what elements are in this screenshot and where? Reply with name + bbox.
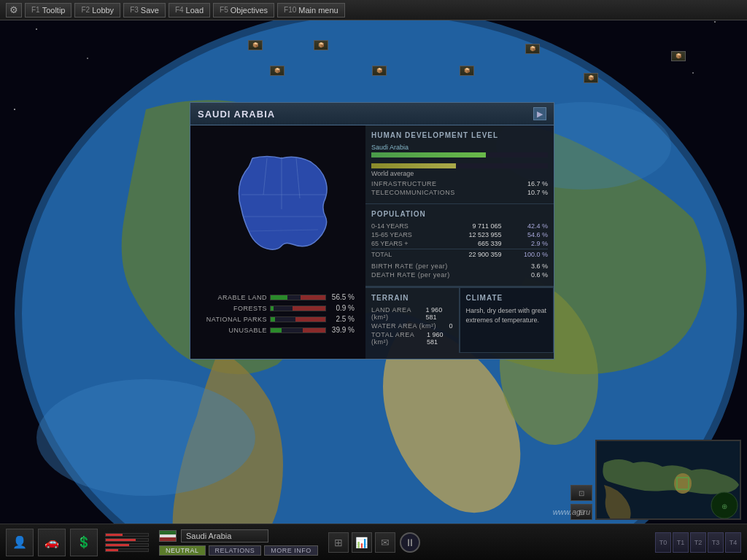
total-area-row: TOTAL AREA (km²) 1 960 581 [371, 331, 453, 346]
water-area-row: WATER AREA (km²) 0 [371, 322, 453, 330]
hdl-saudi-bar-container [371, 152, 548, 158]
tooltip-button[interactable]: F1 Tooltip [25, 3, 71, 18]
pause-button[interactable]: ⏸ [400, 532, 420, 553]
climate-section: CLIMATE Harsh, dry desert with great ext… [460, 287, 554, 353]
country-info-panel: SAUDI ARABIA ▶ [190, 102, 554, 359]
land-area-label: LAND AREA (km²) [371, 306, 426, 321]
top-bar: ⚙ F1 Tooltip F2 Lobby F3 Save F4 Load F5… [0, 0, 747, 20]
map-unit: 📦 [270, 66, 285, 76]
total-area-value: 1 960 581 [427, 331, 453, 346]
country-map-svg [205, 133, 351, 293]
country-selector-top: Saudi Arabia [159, 529, 318, 542]
water-area-label: WATER AREA (km²) [371, 322, 436, 330]
lobby-button[interactable]: F2 Lobby [74, 3, 120, 18]
map-unit: 📦 [584, 73, 598, 83]
minimap[interactable]: ⊕ [595, 440, 741, 520]
tab-more-info[interactable]: MORE INFO [264, 545, 318, 556]
bottom-bar: 👤 🚗 💲 Saudi Arabia NEUTRAL RELATIONS MOR… [0, 524, 747, 560]
hdl-world-bar-container [371, 163, 548, 168]
tab-relations[interactable]: RELATIONS [209, 545, 262, 556]
map-unit: 📦 [314, 40, 328, 50]
speed-t2[interactable]: T2 [690, 532, 706, 553]
land-area-value: 1 960 581 [426, 306, 453, 321]
speed-t3[interactable]: T3 [708, 532, 724, 553]
hdl-world-label: World average [371, 170, 548, 177]
resource-bars [105, 533, 149, 552]
map-unit: 📦 [248, 40, 263, 50]
chart-button[interactable]: 📊 [352, 532, 372, 553]
total-area-label: TOTAL AREA (km²) [371, 331, 427, 346]
svg-point-8 [36, 379, 255, 496]
pop-row-0-14: 0-14 YEARS 9 711 065 42.4 % [371, 222, 548, 230]
land-stats-container: ARABLE LAND 56.5 % FORESTS 0.9 % [198, 293, 358, 337]
population-section: POPULATION 0-14 YEARS 9 711 065 42.4 % 1… [365, 204, 554, 287]
svg-point-5 [692, 72, 694, 74]
load-button[interactable]: F4 Load [169, 3, 210, 18]
svg-point-2 [87, 58, 88, 59]
national-parks-stat: NATIONAL PARKS 2.5 % [201, 315, 355, 323]
map-unit: 📦 [372, 66, 387, 76]
infrastructure-row: INFRASTRUCTURE 16.7 % [371, 180, 548, 187]
tab-neutral[interactable]: NEUTRAL [159, 545, 206, 556]
action-buttons: ⊞ 📊 ✉ [328, 532, 395, 553]
resource-bar-1 [105, 533, 149, 537]
settings-button[interactable]: ⚙ [6, 3, 22, 18]
population-rows: 0-14 YEARS 9 711 065 42.4 % 15-65 YEARS … [371, 222, 548, 258]
panel-body: ARABLE LAND 56.5 % FORESTS 0.9 % [190, 125, 554, 359]
hdl-section: HUMAN DEVELOPMENT LEVEL Saudi Arabia Wor… [365, 125, 554, 204]
telecom-value: 10.7 % [527, 189, 548, 196]
panel-header: SAUDI ARABIA ▶ [190, 103, 554, 125]
view-button[interactable]: ⊞ [328, 532, 349, 553]
speed-t4[interactable]: T4 [725, 532, 741, 553]
telecom-row: TELECOMMUNICATIONS 10.7 % [371, 189, 548, 196]
hdl-title: HUMAN DEVELOPMENT LEVEL [371, 131, 548, 139]
objectives-button[interactable]: F5 Objectives [213, 3, 274, 18]
country-selector: Saudi Arabia NEUTRAL RELATIONS MORE INFO [159, 529, 318, 556]
speed-t0[interactable]: T0 [655, 532, 671, 553]
climate-title: CLIMATE [466, 294, 548, 302]
country-tabs: NEUTRAL RELATIONS MORE INFO [159, 545, 318, 556]
hdl-world-bar [371, 163, 456, 168]
infrastructure-label: INFRASTRUCTURE [371, 180, 437, 187]
resource-bar-4 [105, 548, 149, 552]
map-unit: 📦 [460, 66, 474, 76]
arable-land-stat: ARABLE LAND 56.5 % [201, 293, 355, 301]
watermark: www.ag.ru [553, 508, 590, 516]
economy-button[interactable]: 💲 [70, 529, 98, 556]
message-button[interactable]: ✉ [375, 532, 395, 553]
hdl-saudi-row: Saudi Arabia [371, 144, 548, 158]
military-button[interactable]: 🚗 [38, 529, 66, 556]
telecom-label: TELECOMMUNICATIONS [371, 189, 455, 196]
country-name-dropdown[interactable]: Saudi Arabia [181, 529, 268, 542]
save-button[interactable]: F3 Save [123, 3, 166, 18]
diplomacy-button[interactable]: 👤 [6, 529, 34, 556]
hdl-saudi-bar [371, 152, 486, 158]
terrain-climate-row: TERRAIN LAND AREA (km²) 1 960 581 WATER … [365, 287, 554, 353]
terrain-title: TERRAIN [371, 294, 453, 302]
speed-buttons: T0 T1 T2 T3 T4 [655, 532, 741, 553]
panel-expand-button[interactable]: ▶ [533, 107, 546, 120]
pop-row-15-65: 15-65 YEARS 12 523 955 54.6 % [371, 231, 548, 238]
main-menu-button[interactable]: F10 Main menu [277, 3, 345, 18]
info-area: HUMAN DEVELOPMENT LEVEL Saudi Arabia Wor… [365, 125, 554, 359]
infrastructure-value: 16.7 % [527, 180, 548, 187]
map-unit: 📦 [525, 44, 540, 54]
minimap-world: ⊕ [597, 441, 740, 518]
climate-text: Harsh, dry desert with great extremes of… [466, 306, 548, 324]
population-title: POPULATION [371, 210, 548, 218]
map-unit: 📦 [671, 51, 686, 61]
svg-text:⊕: ⊕ [721, 502, 727, 510]
land-area-row: LAND AREA (km²) 1 960 581 [371, 306, 453, 321]
unusable-stat: UNUSABLE 39.9 % [201, 326, 355, 334]
death-rate-label: DEATH RATE (per year) [371, 271, 450, 279]
svg-point-3 [14, 109, 15, 110]
pop-row-65plus: 65 YEARS + 665 339 2.9 % [371, 240, 548, 247]
pop-divider [371, 249, 548, 249]
forests-stat: FORESTS 0.9 % [201, 304, 355, 312]
birth-rate-row: BIRTH RATE (per year) 3.6 % [371, 262, 548, 270]
map-area: ARABLE LAND 56.5 % FORESTS 0.9 % [190, 125, 365, 359]
speed-t1[interactable]: T1 [673, 532, 689, 553]
resource-bar-2 [105, 538, 149, 542]
map-view-1-button[interactable]: ⊡ [570, 485, 592, 501]
birth-rate-value: 3.6 % [531, 262, 548, 270]
